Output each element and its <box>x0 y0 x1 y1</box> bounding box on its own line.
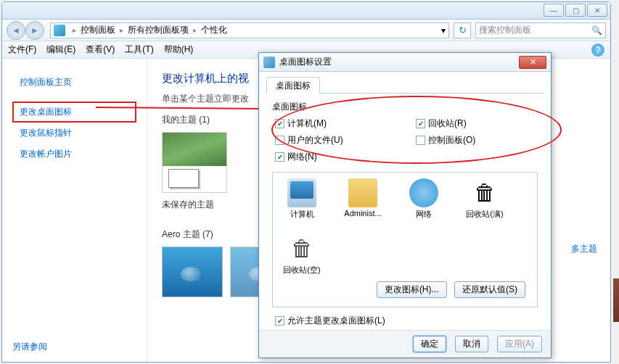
titlebar: — ▢ ✕ <box>2 2 610 20</box>
icon-item[interactable]: 回收站(空) <box>279 234 325 276</box>
tab-strip: 桌面图标 <box>266 76 544 94</box>
help-icon[interactable]: ? <box>591 44 604 57</box>
breadcrumb[interactable]: ▸ 控制面板 ▸ 所有控制面板项 ▸ 个性化 ▾ <box>50 22 449 38</box>
checkbox-recycle-bin[interactable]: ✔回收站(R) <box>416 117 535 130</box>
ok-button[interactable]: 确定 <box>413 336 446 352</box>
forward-button[interactable]: ► <box>25 21 44 40</box>
sidebar-item-desktop-icons[interactable]: 更改桌面图标 <box>12 102 136 123</box>
checkbox-computer[interactable]: ✔计算机(M) <box>275 117 394 130</box>
sidebar-item-account-picture[interactable]: 更改帐户图片 <box>12 144 136 165</box>
aero-theme-thumbnail[interactable] <box>162 247 223 297</box>
tab-desktop-icons[interactable]: 桌面图标 <box>266 77 320 94</box>
dialog-footer: 确定 取消 应用(A) <box>259 330 551 357</box>
breadcrumb-item[interactable]: 所有控制面板项 <box>128 24 189 36</box>
theme-thumbnail-unsaved[interactable] <box>162 132 227 193</box>
group-label: 桌面图标 <box>272 101 544 113</box>
search-icon: 🔍 <box>591 25 602 36</box>
restore-defaults-button[interactable]: 还原默认值(S) <box>454 281 525 298</box>
decorative-strip <box>613 278 619 322</box>
dialog-close-button[interactable]: ✕ <box>519 56 546 69</box>
back-button[interactable]: ◄ <box>7 21 25 40</box>
breadcrumb-item[interactable]: 个性化 <box>201 24 227 36</box>
ic-computer-icon <box>287 178 316 207</box>
allow-themes-checkbox[interactable]: ✔ 允许主题更改桌面图标(L) <box>266 310 544 331</box>
search-input[interactable]: 搜索控制面板 🔍 <box>475 22 606 38</box>
more-themes-link[interactable]: 多主题 <box>571 243 597 255</box>
breadcrumb-item[interactable]: 控制面板 <box>81 24 115 36</box>
menu-tools[interactable]: 工具(T) <box>125 44 153 56</box>
ic-folder-icon <box>348 178 377 207</box>
ic-network-icon <box>409 178 438 207</box>
icon-item[interactable]: 网络 <box>401 178 447 220</box>
close-button[interactable]: ✕ <box>587 4 607 17</box>
address-bar: ◄ ► ▸ 控制面板 ▸ 所有控制面板项 ▸ 个性化 ▾ ↻ 搜索控制面板 🔍 <box>2 20 610 41</box>
sidebar-item-home[interactable]: 控制面板主页 <box>12 72 136 93</box>
checkbox-network[interactable]: ✔网络(N) <box>275 151 394 163</box>
icon-item[interactable]: Administ... <box>340 178 386 220</box>
sidebar-item-mouse-pointer[interactable]: 更改鼠标指针 <box>12 123 136 144</box>
icon-preview-box: 计算机Administ...网络回收站(满)回收站(空) 更改图标(H)... … <box>272 172 538 307</box>
dialog-titlebar: 桌面图标设置 ✕ <box>259 53 551 72</box>
menu-file[interactable]: 文件(F) <box>8 44 36 56</box>
icon-item[interactable]: 计算机 <box>279 178 325 220</box>
cancel-button[interactable]: 取消 <box>455 336 488 352</box>
checkbox-user-files[interactable]: 用户的文件(U) <box>275 134 394 146</box>
dialog-icon <box>263 57 275 68</box>
menu-view[interactable]: 查看(V) <box>86 44 115 56</box>
maximize-button[interactable]: ▢ <box>565 4 586 17</box>
allow-themes-label: 允许主题更改桌面图标(L) <box>287 315 385 327</box>
dialog-title: 桌面图标设置 <box>279 56 332 68</box>
desktop-icon-settings-dialog: 桌面图标设置 ✕ 桌面图标 桌面图标 ✔计算机(M) ✔回收站(R) 用户的文件… <box>258 52 552 358</box>
apply-button[interactable]: 应用(A) <box>497 336 542 352</box>
breadcrumb-dropdown-icon[interactable]: ▾ <box>441 25 446 36</box>
sidebar: 控制面板主页 更改桌面图标 更改鼠标指针 更改帐户图片 另请参阅 <box>2 59 147 362</box>
ic-recycle-full-icon <box>470 178 499 207</box>
search-placeholder: 搜索控制面板 <box>479 24 531 36</box>
minimize-button[interactable]: — <box>544 4 564 17</box>
menu-help[interactable]: 帮助(H) <box>164 44 194 56</box>
nav-arrows: ◄ ► <box>7 21 46 40</box>
refresh-button[interactable]: ↻ <box>454 22 471 38</box>
change-icon-button[interactable]: 更改图标(H)... <box>377 281 447 298</box>
checkbox-control-panel[interactable]: 控制面板(O) <box>416 134 535 146</box>
control-panel-icon <box>54 25 65 36</box>
icon-item[interactable]: 回收站(满) <box>462 178 508 220</box>
see-also-label: 另请参阅 <box>12 341 47 353</box>
menu-edit[interactable]: 编辑(E) <box>46 44 75 56</box>
ic-recycle-empty-icon <box>287 234 316 263</box>
